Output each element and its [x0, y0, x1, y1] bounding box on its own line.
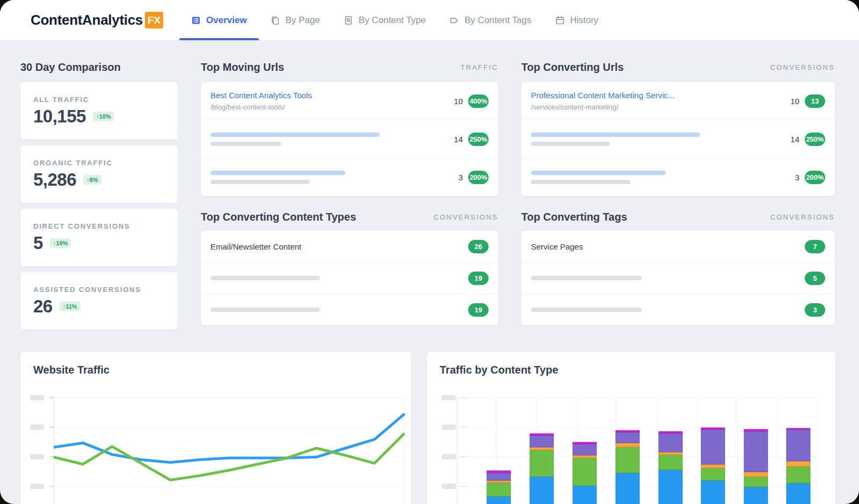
- stat-card: ASSISTED CONVERSIONS26↑11%: [20, 272, 178, 330]
- badge: 7: [805, 240, 825, 253]
- tab-label: Overview: [206, 15, 247, 26]
- panel-title: Top Converting Content Types: [201, 211, 356, 223]
- stat-label: ASSISTED CONVERSIONS: [33, 286, 165, 294]
- blue-line: [54, 414, 404, 462]
- blue-segment: [787, 483, 810, 504]
- tab-by-page[interactable]: By Page: [259, 0, 332, 40]
- green-segment: [659, 455, 682, 470]
- metric-label: TRAFFIC: [461, 63, 498, 71]
- magenta-cap: [530, 434, 554, 435]
- change-badge: ↑10%: [93, 112, 114, 121]
- list-item[interactable]: 3200%: [201, 158, 498, 196]
- orange-segment: [530, 447, 554, 450]
- tab-overview[interactable]: Overview: [179, 0, 259, 40]
- row-value: 10: [454, 97, 463, 106]
- badge: 5: [805, 272, 825, 285]
- chart-title: Traffic by Content Type: [440, 364, 822, 376]
- green-segment: [744, 477, 768, 487]
- content-type-chart-card: Traffic by Content Type: [427, 352, 835, 504]
- metric-label: CONVERSIONS: [770, 63, 835, 71]
- blue-segment: [573, 486, 596, 504]
- list-item[interactable]: Professional Content Marketing Servic...…: [521, 82, 835, 120]
- item-label: Email/Newsletter Content: [210, 242, 301, 251]
- stat-value: 26: [33, 296, 53, 317]
- list-item[interactable]: 3200%: [521, 158, 835, 196]
- row-content: [210, 171, 345, 184]
- badge: 200%: [468, 171, 489, 184]
- tags-list: Service Pages753: [521, 231, 835, 325]
- tab-by-content-tags[interactable]: By Content Tags: [438, 0, 543, 40]
- top-moving-header: Top Moving Urls TRAFFIC: [201, 61, 498, 74]
- row-content: Email/Newsletter Content: [210, 242, 301, 251]
- stacked-bar: [787, 428, 810, 504]
- stacked-bar: [659, 432, 682, 504]
- change-badge: ↑11%: [60, 302, 81, 311]
- green-segment: [487, 483, 511, 496]
- app-logo: ContentAnalytics FX: [31, 12, 163, 28]
- panel-title: Top Moving Urls: [201, 61, 284, 74]
- list-item[interactable]: Service Pages7: [521, 231, 835, 262]
- list-item[interactable]: 3: [521, 294, 835, 325]
- skeleton-bar: [531, 276, 642, 280]
- row-value: 3: [795, 173, 799, 182]
- list-item[interactable]: 14250%: [201, 120, 498, 158]
- content-types-header: Top Converting Content Types CONVERSIONS: [201, 210, 498, 223]
- tab-by-content-type[interactable]: By Content Type: [332, 0, 438, 40]
- list-item[interactable]: 19: [201, 294, 498, 325]
- panel-title: Top Converting Urls: [521, 61, 624, 74]
- row-content: [210, 276, 320, 280]
- change-badge: ↑10%: [50, 238, 71, 248]
- right-column: Top Converting Urls CONVERSIONS Professi…: [521, 40, 835, 335]
- list-item[interactable]: 19: [201, 262, 498, 294]
- row-value: 14: [790, 135, 799, 144]
- y-axis-skeleton-label: [30, 484, 54, 489]
- bar-chart-svg: [457, 390, 818, 504]
- panel-title: Top Converting Tags: [521, 211, 627, 223]
- badge: 200%: [805, 171, 825, 184]
- skeleton-bar: [210, 308, 320, 312]
- website-traffic-chart: [30, 390, 398, 504]
- middle-column: Top Moving Urls TRAFFIC Best Content Ana…: [201, 40, 498, 335]
- pages-icon: [271, 16, 280, 25]
- purple-segment: [787, 429, 810, 461]
- green-segment: [616, 447, 639, 473]
- skeleton-bar: [210, 171, 345, 175]
- row-content: [531, 133, 700, 146]
- row-content: Service Pages: [531, 242, 583, 251]
- stat-card: ORGANIC TRAFFIC5,286↑8%: [20, 145, 178, 203]
- top-navigation-bar: ContentAnalytics FX OverviewBy PageBy Co…: [0, 0, 859, 40]
- traffic-by-content-type-chart: [440, 390, 822, 504]
- stacked-bar: [616, 430, 639, 504]
- skeleton-bar: [531, 308, 642, 312]
- skeleton-bar: [531, 180, 630, 184]
- row-content: [531, 308, 642, 312]
- tab-history[interactable]: History: [543, 0, 610, 40]
- y-axis-skeleton-label: [30, 425, 54, 430]
- overview-icon: [191, 16, 201, 25]
- line-chart-svg: [54, 390, 408, 504]
- magenta-cap: [616, 430, 639, 432]
- url-link[interactable]: Best Content Analytics Tools: [210, 91, 312, 100]
- stacked-bar: [701, 428, 725, 504]
- tab-label: By Content Type: [359, 15, 426, 26]
- skeleton-bar: [210, 276, 320, 280]
- badge: 250%: [468, 133, 489, 146]
- url-link[interactable]: Professional Content Marketing Servic...: [531, 91, 675, 100]
- blue-segment: [616, 473, 639, 504]
- orange-segment: [787, 461, 810, 466]
- list-item[interactable]: 5: [521, 262, 835, 294]
- list-item[interactable]: Email/Newsletter Content26: [201, 231, 498, 262]
- blue-segment: [530, 477, 554, 504]
- chart-title: Website Traffic: [33, 364, 398, 376]
- orange-segment: [744, 472, 768, 477]
- url-path: /services/content-marketing/: [531, 103, 675, 111]
- list-item[interactable]: 14250%: [521, 120, 835, 158]
- purple-segment: [701, 429, 725, 464]
- magenta-cap: [487, 471, 511, 473]
- top-converting-urls-list: Professional Content Marketing Servic...…: [521, 82, 835, 196]
- stat-label: ALL TRAFFIC: [33, 96, 165, 104]
- stat-value: 5,286: [33, 170, 76, 190]
- list-item[interactable]: Best Content Analytics Tools/blog/best-c…: [201, 82, 498, 120]
- y-axis-skeleton-label: [30, 395, 54, 400]
- purple-segment: [530, 435, 554, 447]
